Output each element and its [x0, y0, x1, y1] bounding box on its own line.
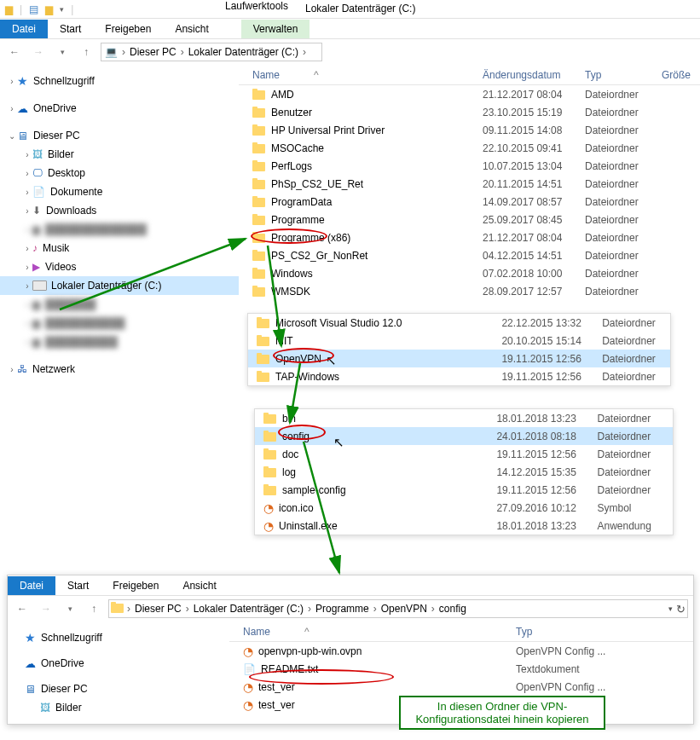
column-headers[interactable]: Name^ Typ: [229, 621, 693, 642]
tab-datei[interactable]: Datei: [0, 20, 48, 38]
file-row[interactable]: bin18.01.2018 13:23Dateiordner: [255, 409, 673, 427]
tree-cdrive[interactable]: ›Lokaler Datenträger (C:): [0, 276, 239, 295]
folder-icon: [252, 107, 266, 119]
tree-quick-access[interactable]: ›★Schnellzugriff: [0, 72, 239, 90]
up-button[interactable]: ↑: [84, 599, 103, 618]
tab-start[interactable]: Start: [55, 576, 101, 595]
tree-network[interactable]: ›🖧Netzwerk: [0, 360, 239, 379]
crumb[interactable]: Lokaler Datenträger (C:): [192, 603, 305, 615]
file-row[interactable]: PhSp_CS2_UE_Ret20.11.2015 14:51Dateiordn…: [239, 175, 700, 193]
tree-item-blurred[interactable]: ›▆██████████: [0, 332, 239, 351]
file-date: 18.01.2018 13:23: [496, 413, 597, 425]
file-row[interactable]: TAP-Windows19.11.2015 12:56Dateiordner: [248, 367, 670, 385]
refresh-icon[interactable]: ▾: [668, 604, 673, 613]
pictures-icon: 🖼: [32, 148, 43, 160]
forward-button[interactable]: →: [37, 599, 55, 618]
crumb[interactable]: Dieser PC: [133, 603, 183, 615]
tab-freigeben[interactable]: Freigeben: [101, 576, 171, 595]
star-icon: ★: [17, 74, 28, 88]
file-row[interactable]: ◔icon.ico27.09.2016 10:12Symbol: [255, 499, 673, 517]
tree-musik[interactable]: ›♪Musik: [0, 239, 239, 257]
tree-videos[interactable]: ›▶Videos: [0, 257, 239, 276]
file-row[interactable]: config24.01.2018 08:18Dateiordner: [255, 427, 673, 445]
file-row[interactable]: PS_CS2_Gr_NonRet04.12.2015 14:51Dateiord…: [239, 246, 700, 264]
tree-bilder[interactable]: 🖼Bilder: [8, 698, 229, 717]
tree-thispc[interactable]: ⌄🖥Dieser PC: [0, 126, 239, 145]
qat-dropdown-icon[interactable]: ▾: [60, 5, 64, 14]
file-name: bin: [282, 413, 296, 425]
tree-onedrive[interactable]: ›☁OneDrive: [0, 99, 239, 118]
file-type: Dateiordner: [585, 250, 662, 262]
tab-start[interactable]: Start: [48, 20, 93, 38]
tree-bilder[interactable]: ›🖼Bilder: [0, 145, 239, 164]
file-row[interactable]: MSOCache22.10.2015 09:41Dateiordner: [239, 139, 700, 157]
forward-button[interactable]: →: [29, 43, 48, 61]
tree-dokumente[interactable]: ›📄Dokumente: [0, 182, 239, 201]
chevron-right-icon[interactable]: ›: [122, 46, 125, 58]
properties-icon[interactable]: ▤: [29, 3, 38, 15]
crumb-thispc[interactable]: Dieser PC: [128, 46, 178, 58]
file-row[interactable]: Programme (x86)21.12.2017 08:04Dateiordn…: [239, 228, 700, 246]
file-type: Dateiordner: [602, 371, 670, 383]
crumb[interactable]: OpenVPN: [379, 603, 429, 615]
file-row[interactable]: Benutzer23.10.2015 15:19Dateiordner: [239, 103, 700, 121]
file-type: Dateiordner: [585, 214, 662, 226]
crumb-cdrive[interactable]: Lokaler Datenträger (C:): [187, 46, 300, 58]
file-name: TAP-Windows: [275, 371, 339, 383]
tree-item-blurred[interactable]: ›▆███████: [0, 295, 239, 314]
chevron-right-icon[interactable]: ›: [181, 46, 184, 58]
crumb[interactable]: config: [437, 603, 468, 615]
file-row[interactable]: doc19.11.2015 12:56Dateiordner: [255, 445, 673, 463]
file-row[interactable]: WMSDK28.09.2017 12:57Dateiordner: [239, 282, 700, 300]
file-type: Dateiordner: [597, 448, 673, 460]
tree-quick-access[interactable]: ★Schnellzugriff: [8, 628, 229, 647]
file-row[interactable]: ◔openvpn-upb-win.ovpnOpenVPN Config ...: [229, 642, 693, 660]
tree-thispc[interactable]: 🖥Dieser PC: [8, 679, 229, 698]
file-date: 20.10.2015 15:14: [501, 335, 602, 347]
file-name: OpenVPN: [275, 353, 321, 365]
tab-freigeben[interactable]: Freigeben: [93, 20, 163, 38]
pc-icon: 💻: [105, 46, 118, 58]
tree-desktop[interactable]: ›🖵Desktop: [0, 164, 239, 182]
file-row[interactable]: PerfLogs10.07.2015 13:04Dateiordner: [239, 157, 700, 175]
column-headers[interactable]: Name^ Änderungsdatum Typ Größe: [239, 65, 700, 85]
back-button[interactable]: ←: [13, 599, 32, 618]
navigation-tree: ★Schnellzugriff ☁OneDrive 🖥Dieser PC 🖼Bi…: [8, 621, 229, 724]
new-folder-icon[interactable]: ▆: [45, 3, 53, 15]
tree-onedrive[interactable]: ☁OneDrive: [8, 654, 229, 673]
file-row[interactable]: Windows07.02.2018 10:00Dateiordner: [239, 264, 700, 282]
file-date: 14.09.2017 08:57: [483, 196, 585, 208]
file-list: Name^ Typ ◔openvpn-upb-win.ovpnOpenVPN C…: [229, 621, 693, 724]
tree-item-blurred[interactable]: ›▆███████████: [0, 314, 239, 332]
file-row[interactable]: Programme25.09.2017 08:45Dateiordner: [239, 211, 700, 228]
tree-downloads[interactable]: ›⬇Downloads: [0, 201, 239, 220]
file-row[interactable]: 📄README.txtTextdokument: [229, 660, 693, 678]
file-row[interactable]: Microsoft Visual Studio 12.022.12.2015 1…: [248, 314, 670, 332]
file-row[interactable]: ◔Uninstall.exe18.01.2018 13:23Anwendung: [255, 517, 673, 535]
file-name: Uninstall.exe: [279, 520, 338, 532]
recent-dropdown[interactable]: ▾: [53, 43, 72, 61]
file-row[interactable]: HP Universal Print Driver09.11.2015 14:0…: [239, 121, 700, 139]
file-row[interactable]: AMD21.12.2017 08:04Dateiordner: [239, 85, 700, 103]
address-bar[interactable]: 💻 › Dieser PC › Lokaler Datenträger (C:)…: [101, 43, 322, 61]
file-row[interactable]: ◔test_verOpenVPN Config ...: [229, 696, 693, 714]
file-row[interactable]: log14.12.2015 15:35Dateiordner: [255, 463, 673, 481]
recent-dropdown[interactable]: ▾: [61, 599, 79, 618]
address-bar[interactable]: › Dieser PC› Lokaler Datenträger (C:)› P…: [108, 599, 688, 618]
refresh-icon[interactable]: ↻: [676, 603, 686, 616]
tab-ansicht[interactable]: Ansicht: [163, 20, 220, 38]
file-row[interactable]: sample-config19.11.2015 12:56Dateiordner: [255, 481, 673, 499]
back-button[interactable]: ←: [5, 43, 24, 61]
file-row[interactable]: OpenVPN19.11.2015 12:56Dateiordner: [248, 350, 670, 367]
file-row[interactable]: MIT20.10.2015 15:14Dateiordner: [248, 332, 670, 350]
tab-datei[interactable]: Datei: [8, 576, 55, 595]
tab-ansicht[interactable]: Ansicht: [171, 576, 228, 595]
crumb[interactable]: Programme: [314, 603, 371, 615]
file-type: Dateiordner: [585, 286, 662, 298]
chevron-right-icon[interactable]: ›: [303, 46, 306, 58]
file-row[interactable]: ◔test_verOpenVPN Config ...: [229, 678, 693, 696]
up-button[interactable]: ↑: [77, 43, 95, 61]
tree-item-blurred[interactable]: ›▆██████████████: [0, 220, 239, 239]
tab-verwalten[interactable]: Verwalten: [241, 20, 310, 38]
file-row[interactable]: ProgramData14.09.2017 08:57Dateiordner: [239, 193, 700, 211]
